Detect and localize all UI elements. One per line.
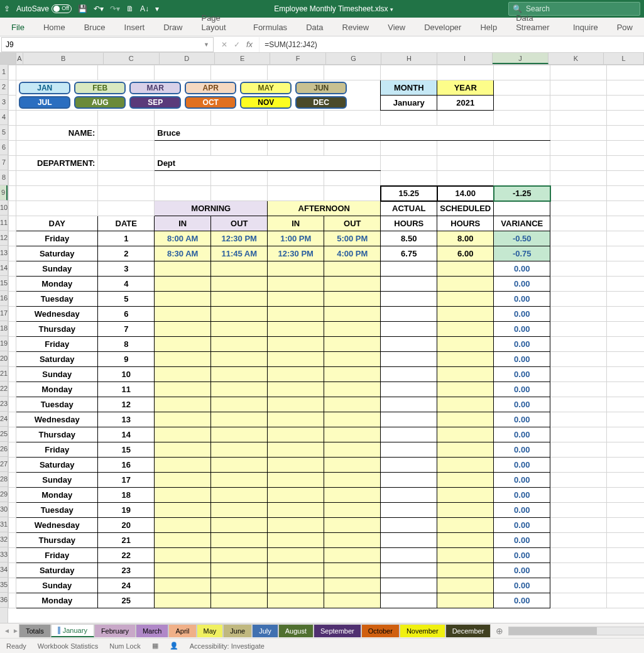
cell-afternoon-out[interactable]	[324, 382, 381, 397]
cell-actual[interactable]: 6.75	[381, 246, 437, 261]
month-btn-may[interactable]: MAY	[240, 82, 292, 94]
month-btn-aug[interactable]: AUG	[74, 96, 126, 109]
cancel-formula-icon[interactable]: ✕	[221, 40, 227, 49]
row-header-25[interactable]: 25	[0, 427, 8, 442]
cell-actual[interactable]	[381, 397, 437, 412]
col-header-I[interactable]: I	[437, 53, 493, 64]
cell-variance[interactable]: 0.00	[494, 548, 550, 563]
cell-morning-in[interactable]	[155, 442, 211, 458]
cell-actual[interactable]	[381, 337, 437, 352]
row-header-22[interactable]: 22	[0, 381, 8, 397]
row-header-11[interactable]: 11	[0, 216, 8, 231]
cell-afternoon-in[interactable]	[268, 382, 324, 397]
row-header-5[interactable]: 5	[0, 125, 8, 140]
row-header-8[interactable]: 8	[0, 170, 8, 185]
cell-morning-out[interactable]	[211, 322, 268, 337]
cell-variance[interactable]: 0.00	[494, 382, 550, 397]
col-header-J[interactable]: J	[493, 53, 548, 64]
cell-morning-in[interactable]	[155, 533, 211, 548]
cell-actual[interactable]	[381, 518, 437, 533]
cell-afternoon-in[interactable]	[268, 578, 324, 593]
cell-day[interactable]: Wednesday	[16, 518, 98, 533]
row-header-21[interactable]: 21	[0, 366, 8, 381]
cell-date[interactable]: 6	[98, 307, 155, 322]
sheet-tab-july[interactable]: July	[252, 624, 278, 637]
cell-afternoon-out[interactable]	[324, 337, 381, 352]
month-btn-feb[interactable]: FEB	[74, 82, 126, 94]
cell-scheduled[interactable]	[437, 518, 494, 533]
cell-day[interactable]: Saturday	[16, 563, 98, 578]
grid[interactable]: ABCDEFGHIJKL 123456789101112131415161718…	[0, 53, 644, 623]
cell-variance[interactable]: -0.75	[494, 246, 550, 261]
cell-variance[interactable]: 0.00	[494, 412, 550, 427]
cell-afternoon-out[interactable]	[324, 397, 381, 412]
cell-day[interactable]: Sunday	[16, 578, 98, 593]
cell-scheduled[interactable]	[437, 337, 494, 352]
cell-date[interactable]: 24	[98, 578, 155, 593]
cell-afternoon-out[interactable]	[324, 277, 381, 292]
cell-day[interactable]: Wednesday	[16, 412, 98, 427]
sheet-tab-april[interactable]: April	[168, 624, 196, 637]
cell-morning-in[interactable]	[155, 518, 211, 533]
cell-afternoon-in[interactable]	[268, 412, 324, 427]
sheet-tab-september[interactable]: September	[314, 624, 361, 637]
cell-scheduled[interactable]	[437, 548, 494, 563]
cell-day[interactable]: Sunday	[16, 261, 98, 277]
cell-afternoon-out[interactable]	[324, 352, 381, 367]
cell-scheduled[interactable]	[437, 458, 494, 473]
cell-scheduled[interactable]: 8.00	[437, 231, 494, 246]
row-header-1[interactable]: 1	[0, 65, 8, 80]
cell-morning-out[interactable]	[211, 352, 268, 367]
cell-scheduled[interactable]	[437, 352, 494, 367]
cell-morning-in[interactable]	[155, 578, 211, 593]
cell-morning-out[interactable]	[211, 563, 268, 578]
cell-variance[interactable]: 0.00	[494, 292, 550, 307]
cell-scheduled[interactable]	[437, 578, 494, 593]
share-icon[interactable]: ⇪	[4, 4, 10, 13]
row-header-14[interactable]: 14	[0, 261, 8, 276]
cell-morning-in[interactable]	[155, 563, 211, 578]
cell-afternoon-in[interactable]	[268, 307, 324, 322]
display-settings-icon[interactable]: ▦	[152, 642, 158, 650]
ribbon-tab-inquire[interactable]: Inquire	[567, 19, 604, 36]
row-header-15[interactable]: 15	[0, 276, 8, 291]
ribbon-tab-review[interactable]: Review	[336, 19, 376, 36]
sheet-tab-january[interactable]: January	[51, 624, 94, 637]
sheet-tab-june[interactable]: June	[223, 624, 252, 637]
cell-afternoon-out[interactable]	[324, 533, 381, 548]
next-sheet-icon[interactable]: ►	[13, 627, 19, 634]
cell-date[interactable]: 22	[98, 548, 155, 563]
autosave-toggle[interactable]: AutoSave Off	[16, 4, 72, 13]
row-header-13[interactable]: 13	[0, 246, 8, 261]
cell-morning-in[interactable]	[155, 352, 211, 367]
total-variance[interactable]: -1.25	[494, 186, 550, 201]
month-value[interactable]: January	[381, 96, 437, 111]
cell-afternoon-out[interactable]	[324, 322, 381, 337]
ribbon-tab-file[interactable]: File	[5, 19, 31, 36]
cell-date[interactable]: 16	[98, 458, 155, 473]
cell-morning-out[interactable]	[211, 412, 268, 427]
month-btn-apr[interactable]: APR	[185, 82, 236, 94]
cell-variance[interactable]: 0.00	[494, 367, 550, 382]
row-headers[interactable]: 1234567891011121314151617181920212223242…	[0, 65, 8, 623]
cell-morning-in[interactable]	[155, 261, 211, 277]
cell-morning-out[interactable]	[211, 548, 268, 563]
cell-morning-out[interactable]	[211, 397, 268, 412]
cell-actual[interactable]	[381, 277, 437, 292]
cell-actual[interactable]: 8.50	[381, 231, 437, 246]
cell-morning-in[interactable]	[155, 458, 211, 473]
add-sheet-button[interactable]: ⊕	[491, 626, 508, 636]
month-btn-mar[interactable]: MAR	[129, 82, 181, 94]
cell-scheduled[interactable]	[437, 412, 494, 427]
cell-variance[interactable]: -0.50	[494, 231, 550, 246]
cell-actual[interactable]	[381, 412, 437, 427]
ribbon-tab-bruce[interactable]: Bruce	[78, 19, 112, 36]
cell-date[interactable]: 17	[98, 473, 155, 488]
cell-date[interactable]: 12	[98, 397, 155, 412]
cell-scheduled[interactable]	[437, 382, 494, 397]
month-header[interactable]: MONTH	[381, 80, 437, 96]
month-btn-oct[interactable]: OCT	[185, 96, 236, 109]
cell-day[interactable]: Saturday	[16, 352, 98, 367]
cell-date[interactable]: 9	[98, 352, 155, 367]
cell-morning-out[interactable]	[211, 307, 268, 322]
